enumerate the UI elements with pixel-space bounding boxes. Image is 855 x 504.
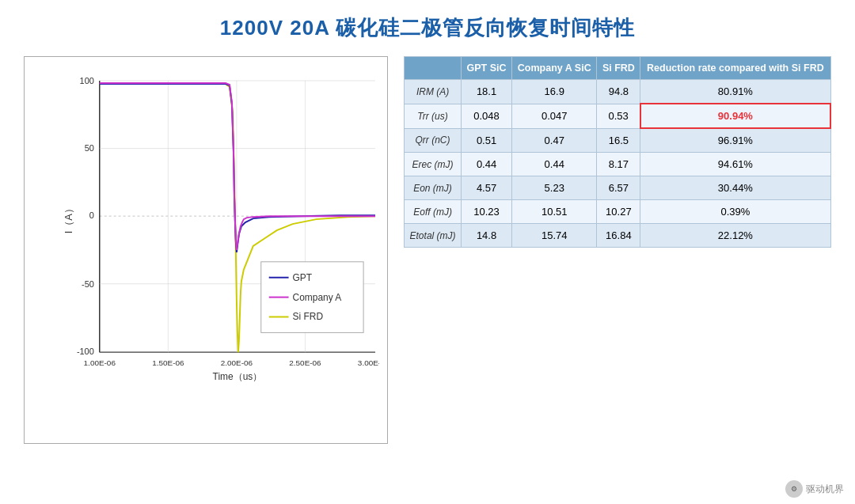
- cell-sifrd: 16.5: [597, 128, 640, 153]
- page-container: 1200V 20A 碳化硅二极管反向恢复时间特性 100 50 0: [0, 0, 855, 504]
- svg-text:0: 0: [89, 210, 94, 220]
- cell-gpt: 10.23: [462, 200, 512, 224]
- cell-compA: 0.44: [512, 153, 597, 176]
- chart-svg: 100 50 0 -50 -100 I（A） 1.00E-06 1.50E-06…: [64, 65, 379, 411]
- content-row: 100 50 0 -50 -100 I（A） 1.00E-06 1.50E-06…: [24, 56, 831, 444]
- svg-text:100: 100: [80, 76, 94, 85]
- svg-text:I（A）: I（A）: [64, 203, 74, 233]
- svg-text:1.00E-06: 1.00E-06: [84, 358, 116, 367]
- page-title: 1200V 20A 碳化硅二极管反向恢复时间特性: [220, 14, 635, 42]
- cell-param: Trr (us): [405, 104, 462, 128]
- watermark-logo: ⚙: [785, 480, 803, 498]
- svg-text:3.00E-06: 3.00E-06: [358, 358, 379, 367]
- svg-text:-50: -50: [82, 279, 94, 289]
- col-header-param: [405, 57, 462, 80]
- gpt-line: [100, 84, 375, 252]
- table-row: IRM (A)18.116.994.880.91%: [405, 80, 831, 104]
- table-row: Eoff (mJ)10.2310.5110.270.39%: [405, 200, 831, 224]
- cell-compA: 10.51: [512, 200, 597, 224]
- cell-reduction: 90.94%: [640, 104, 830, 128]
- svg-text:+: +: [269, 275, 271, 279]
- cell-sifrd: 6.57: [597, 176, 640, 200]
- svg-text:-100: -100: [77, 347, 94, 356]
- svg-text:2.50E-06: 2.50E-06: [289, 358, 321, 367]
- cell-compA: 5.23: [512, 176, 597, 200]
- cell-sifrd: 16.84: [597, 224, 640, 248]
- cell-sifrd: 10.27: [597, 200, 640, 224]
- cell-gpt: 14.8: [462, 224, 512, 248]
- cell-param: Eoff (mJ): [405, 200, 462, 224]
- table-row: Eon (mJ)4.575.236.5730.44%: [405, 176, 831, 200]
- svg-text:Company A: Company A: [293, 292, 342, 303]
- cell-param: Erec (mJ): [405, 153, 462, 176]
- cell-compA: 0.47: [512, 128, 597, 153]
- cell-gpt: 4.57: [462, 176, 512, 200]
- table-row: Trr (us)0.0480.0470.5390.94%: [405, 104, 831, 128]
- cell-compA: 16.9: [512, 80, 597, 104]
- cell-param: Eon (mJ): [405, 176, 462, 200]
- svg-text:Time（us）: Time（us）: [213, 371, 263, 382]
- table-row: Erec (mJ)0.440.448.1794.61%: [405, 153, 831, 176]
- cell-sifrd: 0.53: [597, 104, 640, 128]
- cell-reduction: 96.91%: [640, 128, 830, 153]
- cell-reduction: 0.39%: [640, 200, 830, 224]
- col-header-reduction: Reduction rate compared with Si FRD: [640, 57, 830, 80]
- cell-reduction: 30.44%: [640, 176, 830, 200]
- watermark: ⚙ 驱动机界: [785, 480, 844, 498]
- svg-text:2.00E-06: 2.00E-06: [221, 358, 253, 367]
- table-container: GPT SiC Company A SiC Si FRD Reduction r…: [404, 56, 831, 444]
- cell-gpt: 0.048: [462, 104, 512, 128]
- cell-gpt: 0.44: [462, 153, 512, 176]
- svg-text:Si FRD: Si FRD: [293, 311, 324, 322]
- cell-sifrd: 94.8: [597, 80, 640, 104]
- cell-param: Qrr (nC): [405, 128, 462, 153]
- cell-gpt: 18.1: [462, 80, 512, 104]
- cell-compA: 0.047: [512, 104, 597, 128]
- cell-sifrd: 8.17: [597, 153, 640, 176]
- svg-text:1.50E-06: 1.50E-06: [152, 358, 184, 367]
- watermark-text: 驱动机界: [806, 483, 844, 496]
- cell-reduction: 80.91%: [640, 80, 830, 104]
- col-header-sifrd: Si FRD: [597, 57, 640, 80]
- cell-gpt: 0.51: [462, 128, 512, 153]
- cell-compA: 15.74: [512, 224, 597, 248]
- cell-reduction: 94.61%: [640, 153, 830, 176]
- table-row: Etotal (mJ)14.815.7416.8422.12%: [405, 224, 831, 248]
- table-header-row: GPT SiC Company A SiC Si FRD Reduction r…: [405, 57, 831, 80]
- cell-param: IRM (A): [405, 80, 462, 104]
- table-body: IRM (A)18.116.994.880.91%Trr (us)0.0480.…: [405, 80, 831, 248]
- data-table: GPT SiC Company A SiC Si FRD Reduction r…: [404, 56, 831, 248]
- col-header-gpt: GPT SiC: [462, 57, 512, 80]
- svg-text:GPT: GPT: [293, 272, 313, 283]
- cell-param: Etotal (mJ): [405, 224, 462, 248]
- compA-line: [100, 83, 375, 250]
- col-header-compA: Company A SiC: [512, 57, 597, 80]
- chart-container: 100 50 0 -50 -100 I（A） 1.00E-06 1.50E-06…: [24, 56, 388, 444]
- svg-text:50: 50: [85, 143, 94, 153]
- table-row: Qrr (nC)0.510.4716.596.91%: [405, 128, 831, 153]
- cell-reduction: 22.12%: [640, 224, 830, 248]
